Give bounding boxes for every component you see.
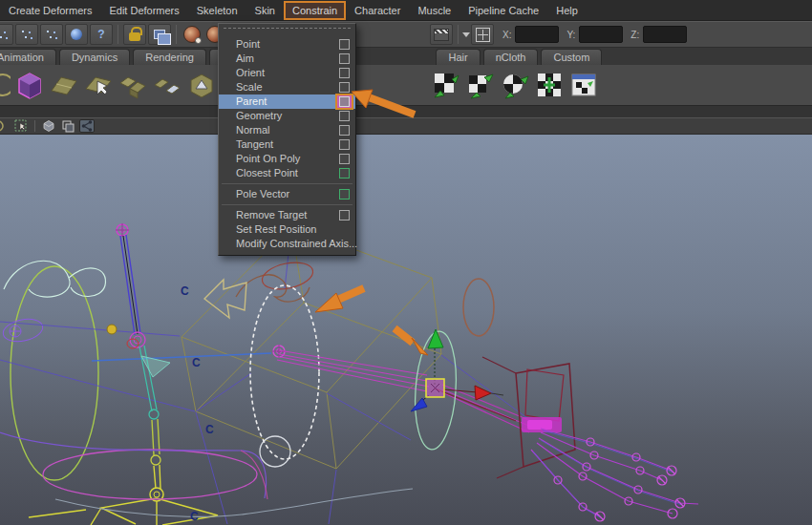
help-icon[interactable]: ? <box>90 24 113 45</box>
poly-plane-shelf-icon[interactable] <box>48 69 80 101</box>
option-box-parent[interactable] <box>339 96 350 107</box>
cube-view-icon[interactable] <box>41 119 56 133</box>
selected-white-control-circle[interactable] <box>250 285 319 459</box>
tab-animation[interactable]: Animation <box>0 49 56 65</box>
tab-rendering[interactable]: Rendering <box>133 49 206 65</box>
select-tool-icon[interactable] <box>13 119 29 133</box>
menu-item-scale[interactable]: Scale <box>219 80 355 94</box>
orient-constraint-shelf-icon[interactable] <box>499 69 531 101</box>
snap-points-icon[interactable] <box>15 24 38 45</box>
poly-select-shelf-icon[interactable] <box>82 69 115 101</box>
x-coord-label: X: <box>502 30 511 40</box>
option-box-point[interactable] <box>339 39 350 50</box>
panel-separator <box>34 120 35 132</box>
aim-constraint-shelf-icon[interactable] <box>464 69 497 101</box>
tab-hair[interactable]: Hair <box>436 49 480 65</box>
menu-pipeline-cache[interactable]: Pipeline Cache <box>459 1 547 20</box>
red-control-ellipse <box>260 259 315 294</box>
brown-control-ellipse <box>463 279 494 336</box>
menu-edit-deformers[interactable]: Edit Deformers <box>100 1 187 20</box>
menu-item-label: Aim <box>236 52 339 66</box>
menu-tearoff-handle[interactable] <box>224 28 351 34</box>
tab-dynamics[interactable]: Dynamics <box>59 49 130 65</box>
c-annotation-1: C <box>181 284 189 298</box>
c-annotation-2: C <box>192 356 201 369</box>
option-box-tangent[interactable] <box>339 139 350 150</box>
maya-application-window: Create Deformers Edit Deformers Skeleton… <box>0 0 812 525</box>
menu-item-pole-vector[interactable]: Pole Vector <box>219 187 355 201</box>
help-glyph: ? <box>97 28 104 41</box>
z-axis-arrow[interactable] <box>411 398 427 411</box>
option-box-closest-point[interactable] <box>339 168 350 178</box>
menu-item-normal[interactable]: Normal <box>219 123 355 137</box>
menu-item-set-rest-position[interactable]: Set Rest Position <box>219 222 355 237</box>
menu-separator <box>222 183 353 184</box>
option-box-orient[interactable] <box>339 68 350 78</box>
menu-item-remove-target[interactable]: Remove Target <box>219 208 355 222</box>
menu-constrain[interactable]: Constrain <box>284 1 346 20</box>
c-annotation-4: C <box>190 510 199 523</box>
option-box-scale[interactable] <box>339 82 350 93</box>
round-tool-icon-1[interactable] <box>183 26 201 43</box>
y-coord-input[interactable] <box>579 26 623 43</box>
tab-ncloth[interactable]: nCloth <box>483 49 539 65</box>
make-live-icon[interactable] <box>65 24 88 45</box>
lock-icon[interactable] <box>123 24 146 45</box>
menu-item-label: Parent <box>236 94 335 109</box>
menu-skeleton[interactable]: Skeleton <box>188 1 246 20</box>
y-coord-label: Y: <box>566 30 575 40</box>
pink-hip-curve <box>241 451 267 499</box>
snap-grid-glyph <box>0 29 9 40</box>
parent-constraint-shelf-icon[interactable] <box>533 69 566 101</box>
option-box-remove-target[interactable] <box>339 210 350 220</box>
menu-item-label: Normal <box>236 123 339 137</box>
tab-custom[interactable]: Custom <box>541 49 602 65</box>
option-box-pole-vector[interactable] <box>339 189 350 200</box>
menu-item-orient[interactable]: Orient <box>219 66 355 80</box>
option-box-normal[interactable] <box>339 125 350 136</box>
layers-icon[interactable] <box>60 119 75 133</box>
menu-item-label: Scale <box>236 80 339 94</box>
menu-item-label: Remove Target <box>236 208 339 222</box>
cropped-circle-icon[interactable] <box>0 119 10 133</box>
duplicate-glyph <box>154 30 165 39</box>
point-constraint-shelf-icon[interactable] <box>430 69 462 101</box>
poly-cube-triangle-shelf-icon[interactable] <box>185 69 218 101</box>
menu-create-deformers[interactable]: Create Deformers <box>0 1 100 20</box>
c-annotation-3: C <box>205 423 214 436</box>
grid-gizmo-icon[interactable] <box>471 24 494 45</box>
menu-item-point[interactable]: Point <box>219 37 355 52</box>
clapboard-icon[interactable] <box>430 24 453 45</box>
menu-help[interactable]: Help <box>547 1 587 20</box>
menu-item-aim[interactable]: Aim <box>219 52 355 66</box>
menu-item-parent[interactable]: Parent <box>219 94 355 109</box>
live-surface-glyph <box>71 29 82 40</box>
menu-item-modify-constrained-axis[interactable]: Modify Constrained Axis... <box>219 237 355 251</box>
menu-item-closest-point[interactable]: Closest Point <box>219 166 355 180</box>
duplicate-icon[interactable] <box>148 24 171 45</box>
poly-separate-shelf-icon[interactable] <box>151 69 183 101</box>
option-box-geometry[interactable] <box>339 111 350 121</box>
menu-item-point-on-poly[interactable]: Point On Poly <box>219 152 355 166</box>
menu-muscle[interactable]: Muscle <box>409 1 459 20</box>
poly-combine-shelf-icon[interactable] <box>117 69 149 101</box>
dropdown-caret-icon[interactable] <box>462 32 470 37</box>
x-coord-input[interactable] <box>515 26 559 43</box>
x-axis-arrow[interactable] <box>475 386 491 400</box>
option-box-aim[interactable] <box>339 53 350 64</box>
snap-grid-icon[interactable] <box>0 24 13 45</box>
menu-character[interactable]: Character <box>346 1 409 20</box>
shelf-bottom-strip <box>0 105 812 118</box>
menu-item-tangent[interactable]: Tangent <box>219 137 355 152</box>
option-box-point-on-poly[interactable] <box>339 154 350 164</box>
menu-item-label: Orient <box>236 66 339 80</box>
cropped-shelf-icon[interactable] <box>0 69 11 101</box>
purple-cube-shelf-icon[interactable] <box>13 69 46 101</box>
z-coord-input[interactable] <box>643 26 687 43</box>
menu-skin[interactable]: Skin <box>246 1 284 20</box>
viewport-3d-scene[interactable]: C C C C <box>0 135 812 525</box>
share-connections-icon[interactable] <box>79 119 95 133</box>
constraint-window-shelf-icon[interactable] <box>567 69 600 101</box>
snap-curves-icon[interactable] <box>40 24 63 45</box>
menu-item-geometry[interactable]: Geometry <box>219 109 355 123</box>
